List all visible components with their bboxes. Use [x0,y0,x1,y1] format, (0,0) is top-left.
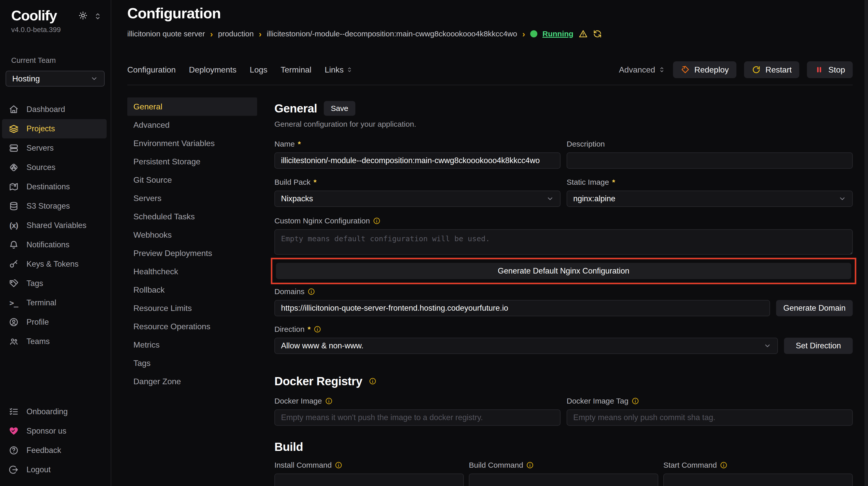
sidebar-item-logout[interactable]: Logout [2,460,107,479]
restart-button[interactable]: Restart [744,61,799,78]
nginx-config-textarea[interactable] [274,229,853,255]
info-icon [369,377,376,385]
sidebar-item-servers[interactable]: Servers [2,138,107,158]
docker-image-tag-input[interactable] [567,410,853,426]
breadcrumb-application[interactable]: illicitestonion/-module--decomposition:m… [267,30,517,38]
terminal-icon: >_ [9,298,19,307]
sidebar-item-keys-tokens[interactable]: Keys & Tokens [2,254,107,274]
chevrons-up-down-icon [346,66,353,73]
sidebar-item-terminal[interactable]: >_ Terminal [2,293,107,313]
breadcrumb-environment[interactable]: production [218,30,253,38]
install-command-input[interactable] [274,474,464,486]
team-select[interactable]: Hosting [6,71,104,87]
chevron-down-icon [838,195,846,202]
tab-links[interactable]: Links [324,65,353,74]
generate-domain-button[interactable]: Generate Domain [776,300,853,316]
logout-icon [9,465,19,475]
sidebar-item-label: Servers [27,143,54,153]
domains-input[interactable] [274,300,770,316]
subnav-danger-zone[interactable]: Danger Zone [127,372,257,391]
sidebar-item-profile[interactable]: Profile [2,313,107,332]
sidebar-item-teams[interactable]: Teams [2,332,107,351]
tab-deployments[interactable]: Deployments [189,65,237,74]
section-title-general: General [274,101,317,115]
build-command-label: Build Command [469,461,523,469]
sidebar-item-feedback[interactable]: Feedback [2,441,107,460]
info-icon [631,397,639,405]
info-icon [308,288,315,295]
chevrons-up-down-icon [93,12,100,19]
sidebar-item-label: Teams [27,337,50,346]
sidebar-item-s3-storages[interactable]: S3 Storages [2,196,107,216]
install-command-label: Install Command [274,461,332,469]
sidebar-item-label: Shared Variables [27,221,87,230]
sidebar-item-sponsor[interactable]: Sponsor us [2,421,107,441]
advanced-dropdown[interactable]: Advanced [619,65,665,74]
sidebar-item-projects[interactable]: Projects [2,119,107,138]
sidebar-item-shared-variables[interactable]: (x) Shared Variables [2,216,107,235]
tab-terminal[interactable]: Terminal [280,65,311,74]
build-pack-select[interactable]: Nixpacks [274,191,560,207]
save-button[interactable]: Save [324,101,355,116]
subnav-rollback[interactable]: Rollback [127,281,257,299]
breadcrumb-project[interactable]: illicitonion quote server [127,30,205,38]
generate-nginx-button[interactable]: Generate Default Nginx Configuration [276,263,851,279]
set-direction-button[interactable]: Set Direction [784,338,853,354]
subnav-healthcheck[interactable]: Healthcheck [127,262,257,281]
docker-image-input[interactable] [274,410,560,426]
tab-configuration[interactable]: Configuration [127,65,176,74]
theme-toggle[interactable] [79,11,100,20]
scrollbar[interactable] [864,0,868,486]
stop-button[interactable]: Stop [807,61,853,78]
main-content: Configuration illicitonion quote server … [111,0,868,486]
required-marker [314,178,317,187]
sidebar-item-dashboard[interactable]: Dashboard [2,100,107,119]
chevron-right-icon [259,30,262,38]
sidebar-item-destinations[interactable]: Destinations [2,177,107,196]
section-title-docker-registry: Docker Registry [274,374,362,388]
start-command-input[interactable] [663,474,853,486]
heart-icon [9,426,19,436]
variable-icon: (x) [9,221,19,230]
map-icon [9,182,19,192]
status-badge[interactable]: Running [542,30,574,38]
sidebar-item-label: Terminal [27,298,56,307]
sidebar-item-notifications[interactable]: Notifications [2,235,107,254]
chevron-right-icon [210,30,213,38]
annotation-highlight: Generate Default Nginx Configuration [271,258,856,284]
sidebar-item-label: Keys & Tokens [27,260,79,269]
name-input[interactable] [274,153,560,169]
static-image-select[interactable]: nginx:alpine [567,191,853,207]
subnav-webhooks[interactable]: Webhooks [127,226,257,244]
subnav-resource-limits[interactable]: Resource Limits [127,299,257,317]
subnav-metrics[interactable]: Metrics [127,336,257,354]
sidebar-item-label: S3 Storages [27,201,70,211]
sidebar-item-tags[interactable]: Tags [2,274,107,293]
chevron-down-icon [546,195,554,202]
subnav-servers[interactable]: Servers [127,189,257,207]
chevron-right-icon [522,30,525,38]
tab-logs[interactable]: Logs [250,65,267,74]
subnav-general[interactable]: General [127,97,257,116]
build-command-input[interactable] [469,474,658,486]
subnav-git-source[interactable]: Git Source [127,171,257,189]
redeploy-button[interactable]: Redeploy [673,61,736,78]
restart-icon [752,65,761,74]
subnav-resource-operations[interactable]: Resource Operations [127,317,257,336]
description-input[interactable] [567,153,853,169]
subnav-scheduled-tasks[interactable]: Scheduled Tasks [127,207,257,226]
subnav-tags[interactable]: Tags [127,354,257,372]
subnav-persistent-storage[interactable]: Persistent Storage [127,153,257,171]
name-label: Name [274,140,295,148]
direction-select[interactable]: Allow www & non-www. [274,338,778,354]
config-subnav: General Advanced Environment Variables P… [127,97,257,486]
users-icon [9,337,19,346]
refresh-icon[interactable] [593,29,602,38]
sidebar-item-onboarding[interactable]: Onboarding [2,402,107,421]
subnav-advanced[interactable]: Advanced [127,116,257,134]
subnav-preview-deployments[interactable]: Preview Deployments [127,244,257,262]
subnav-environment-variables[interactable]: Environment Variables [127,134,257,153]
bell-icon [9,240,19,250]
sidebar-item-sources[interactable]: Sources [2,158,107,177]
warning-icon[interactable] [579,29,588,38]
